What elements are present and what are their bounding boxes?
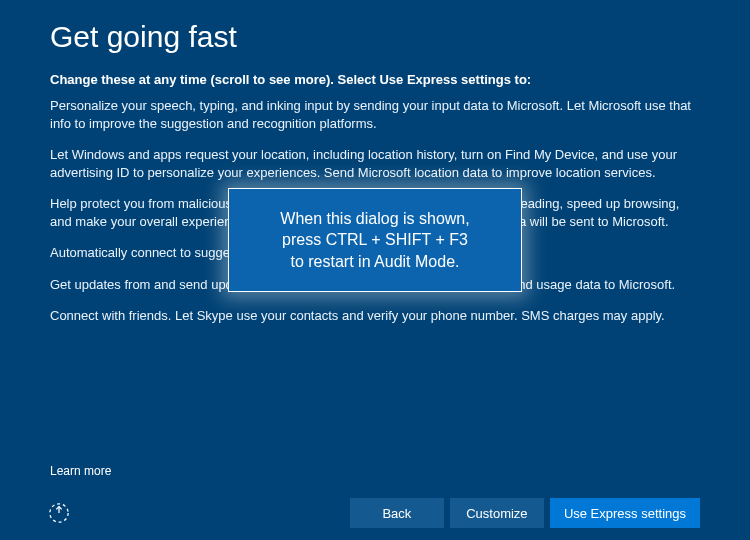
settings-paragraph: Let Windows and apps request your locati… (50, 146, 700, 181)
annotation-callout: When this dialog is shown, press CTRL + … (228, 188, 522, 292)
back-button[interactable]: Back (350, 498, 444, 528)
use-express-settings-button[interactable]: Use Express settings (550, 498, 700, 528)
page-title: Get going fast (50, 20, 700, 54)
annotation-line: to restart in Audit Mode. (291, 253, 460, 270)
ease-of-access-icon[interactable] (48, 502, 70, 524)
footer-bar: Back Customize Use Express settings (50, 486, 700, 540)
annotation-line: When this dialog is shown, (280, 210, 469, 227)
learn-more-link[interactable]: Learn more (50, 464, 700, 478)
customize-button[interactable]: Customize (450, 498, 544, 528)
page-subheading: Change these at any time (scroll to see … (50, 72, 700, 87)
settings-paragraph: Connect with friends. Let Skype use your… (50, 307, 700, 325)
annotation-text: When this dialog is shown, press CTRL + … (280, 208, 469, 273)
settings-paragraph: Personalize your speech, typing, and ink… (50, 97, 700, 132)
annotation-line: press CTRL + SHIFT + F3 (282, 231, 468, 248)
